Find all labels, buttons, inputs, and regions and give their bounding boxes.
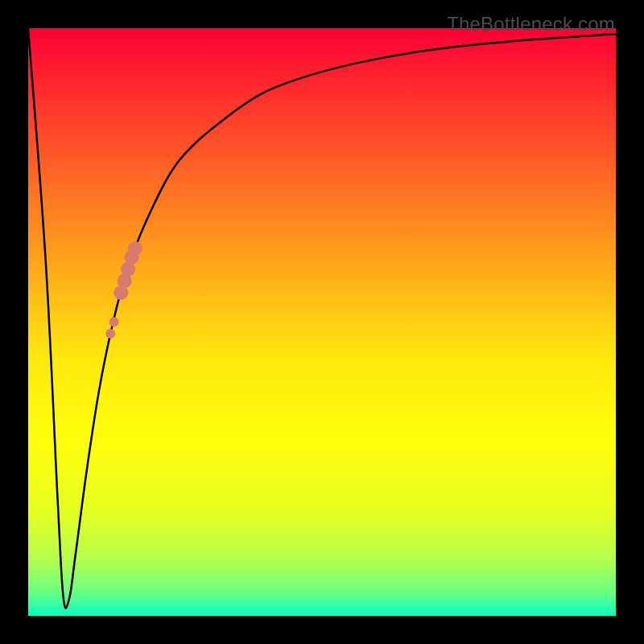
data-marker	[109, 317, 119, 327]
chart-frame: TheBottleneck.com	[0, 0, 644, 644]
plot-area	[28, 28, 616, 616]
marker-group	[105, 242, 142, 339]
data-marker	[105, 329, 115, 339]
data-marker	[128, 242, 142, 256]
